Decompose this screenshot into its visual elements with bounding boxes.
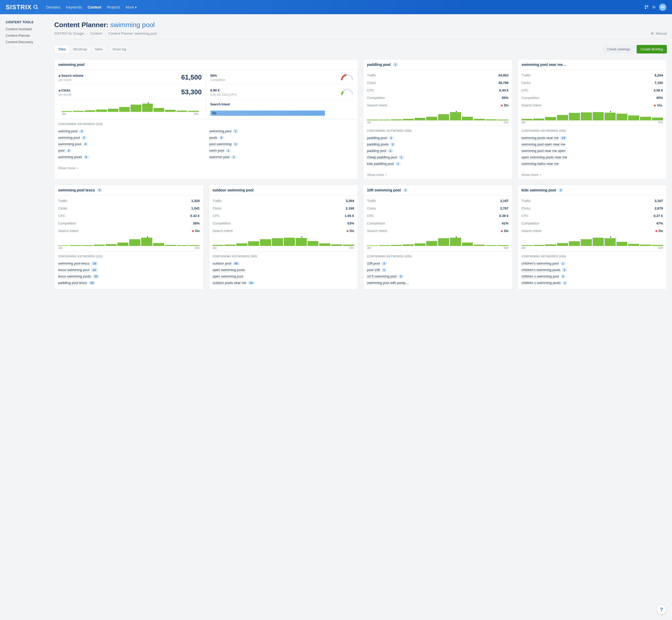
keyword-item[interactable]: pool4 — [58, 148, 203, 154]
kv-value: Do — [501, 229, 509, 233]
keyword-item[interactable]: pool 10ft1 — [367, 267, 509, 273]
chevron-right-icon: › — [540, 173, 541, 177]
kw-section-head: CONTAINING KEYWORDS (259) — [522, 129, 663, 132]
axis-label: Dec — [349, 247, 354, 249]
main-keyword-tile: swimming pool ⌀ Search volumeper month 6… — [54, 59, 358, 179]
axis-label: Jan — [213, 247, 217, 249]
tile-title: kids swimming pool — [522, 188, 556, 192]
kv-value: 0.38 € — [499, 214, 509, 218]
keyword-item[interactable]: cheap paddling pool1 — [367, 154, 509, 161]
kv-value: Do — [347, 229, 354, 233]
account-short[interactable]: St — [652, 5, 656, 9]
sidebar-item-planner[interactable]: Content Planner — [6, 34, 42, 38]
tab-showlog[interactable]: Show log — [108, 45, 130, 53]
keyword-item[interactable]: tesco swimming pool12 — [58, 267, 200, 273]
keyword-item[interactable]: children's swimming pools2 — [522, 267, 663, 273]
kw-col-right: swimming.pool2pools3pool swimming1swim p… — [209, 128, 354, 160]
show-more-label: Show more — [367, 173, 384, 177]
kv-label: Traffic — [58, 199, 67, 203]
help-fab[interactable]: ? — [657, 605, 666, 614]
kv-label: Competition — [58, 221, 76, 225]
kv-value: 1,041 — [191, 206, 200, 210]
create-briefing-button[interactable]: Create Briefing — [637, 45, 667, 53]
tile-badge: 2 — [393, 63, 398, 66]
crumb-content[interactable]: Content — [90, 32, 102, 35]
keyword-item[interactable]: open swimming pool — [213, 273, 354, 280]
chevron-right-icon: › — [77, 166, 78, 170]
axis-label: Dec — [504, 121, 509, 124]
tab-mindmap[interactable]: Mindmap — [69, 45, 91, 53]
keyword-item[interactable]: paddling.pool1 — [367, 135, 509, 141]
nav-content[interactable]: Content — [88, 5, 101, 9]
trend-chart: ▾ — [518, 236, 667, 247]
keyword-item[interactable]: children's swimming pool1 — [522, 260, 663, 267]
show-more-label: Show more — [522, 173, 539, 177]
axis-label: Jan — [522, 247, 526, 249]
keyword-item[interactable]: swimming pool-tesco10 — [58, 260, 200, 267]
kv-label: Search Intent — [367, 229, 387, 233]
keyword-item[interactable]: swimming.pool2 — [209, 128, 354, 135]
keyword-item[interactable]: paddling pool tesco25 — [58, 280, 200, 286]
sidebar-item-discovery[interactable]: Content Discovery — [6, 40, 42, 44]
axis-label: Dec — [195, 247, 200, 249]
show-more[interactable]: Show more › — [364, 170, 512, 179]
kv-label: Search Intent — [367, 103, 387, 107]
apps-grid-icon[interactable] — [644, 5, 649, 9]
keyword-item[interactable]: pools3 — [209, 135, 354, 141]
tab-table[interactable]: Table — [91, 45, 106, 53]
brand-logo[interactable]: SISTRIX — [6, 4, 39, 11]
tile-title: swimming pool — [58, 62, 85, 67]
kv-label: Competition — [367, 221, 385, 225]
keyword-item[interactable]: swimming pool open near me — [522, 141, 663, 148]
keyword-item[interactable]: open swimming pools near me — [522, 154, 663, 161]
crumb-root[interactable]: SISTRIX for Google — [54, 32, 84, 35]
keyword-item[interactable]: kids paddling pool1 — [367, 161, 509, 167]
keyword-item[interactable]: children s swimming pools1 — [522, 280, 663, 286]
brand-text: SISTRIX — [6, 4, 32, 11]
keyword-item[interactable]: children s swimming pool2 — [522, 273, 663, 280]
sidebar-item-assistant[interactable]: Content Assistant — [6, 27, 42, 31]
keyword-item[interactable]: swimming baths near me — [522, 161, 663, 167]
nav-keywords[interactable]: Keywords — [66, 5, 82, 9]
kv-value: 2,679 — [655, 206, 663, 210]
keyword-item[interactable]: swimming pool with pump… — [367, 280, 509, 286]
topbar: SISTRIX Domains Keywords Content Project… — [0, 0, 672, 14]
check-rankings-button[interactable]: Check rankings — [603, 45, 634, 53]
keyword-item[interactable]: outdoor pool95 — [213, 260, 354, 267]
metric-sublabel: per month — [59, 78, 84, 82]
keyword-item[interactable]: 10 ft swimming pool2 — [367, 273, 509, 280]
keyword-item[interactable]: seimming pool3 — [58, 135, 203, 141]
kv-value: 36% — [193, 221, 199, 225]
svg-rect-6 — [647, 7, 648, 8]
show-more[interactable]: Show more› — [54, 163, 358, 172]
show-more[interactable]: Show more › — [518, 170, 667, 179]
kv-value: 7,100 — [655, 81, 663, 85]
kv-value: 2,767 — [500, 206, 509, 210]
intent-label: Search Intent — [210, 103, 230, 106]
tab-tiles[interactable]: Tiles — [54, 45, 69, 53]
manual-link[interactable]: Manual — [651, 32, 667, 35]
keyword-item[interactable]: swimmimg pool3 — [58, 141, 203, 148]
keyword-item[interactable]: tesco swimming pools33 — [58, 273, 200, 280]
nav-domains[interactable]: Domains — [46, 5, 60, 9]
svg-rect-4 — [645, 7, 646, 9]
keyword-item[interactable]: paddling pools2 — [367, 141, 509, 148]
avatar[interactable]: SP — [659, 4, 666, 11]
keyword-item[interactable]: swimming pools5 — [58, 154, 203, 160]
keyword-item[interactable]: outdoor pools near me50 — [213, 280, 354, 286]
svg-rect-3 — [647, 5, 648, 7]
keyword-item[interactable]: swim pool1 — [209, 148, 354, 154]
keyword-item[interactable]: open swimming pools — [213, 267, 354, 273]
nav-more[interactable]: More ▾ — [126, 5, 137, 9]
kv-label: Competition — [367, 96, 385, 100]
keyword-item[interactable]: pool swimming1 — [209, 141, 354, 148]
keyword-item[interactable]: swiming pool3 — [58, 128, 203, 135]
chevron-down-icon: ▾ — [135, 5, 137, 9]
trend-chart: ▾ — [364, 111, 512, 121]
keyword-item[interactable]: swimmin pool1 — [209, 154, 354, 160]
nav-projects[interactable]: Projects — [107, 5, 120, 9]
keyword-item[interactable]: padding pool2 — [367, 148, 509, 154]
keyword-item[interactable]: swimming pool near me open — [522, 148, 663, 154]
keyword-item[interactable]: 10ft pool3 — [367, 260, 509, 267]
keyword-item[interactable]: swimming pools near me23 — [522, 135, 663, 141]
